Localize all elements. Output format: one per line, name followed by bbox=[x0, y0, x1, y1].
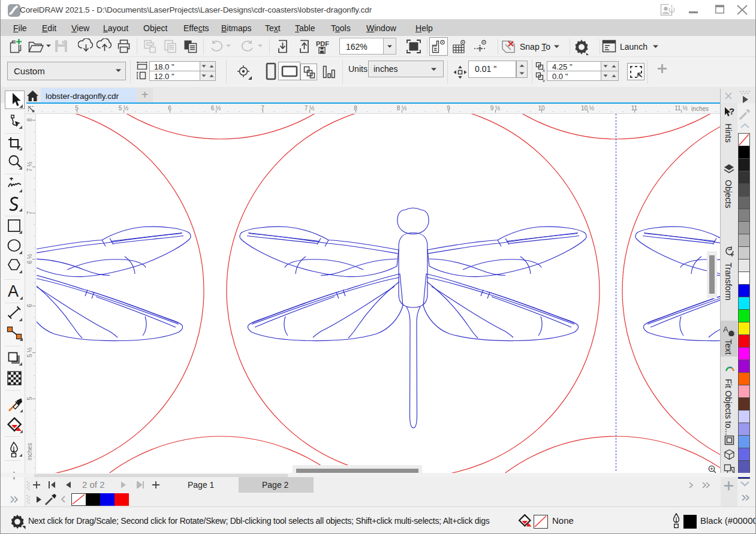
svg-text:y: y bbox=[543, 78, 545, 83]
svg-text:x: x bbox=[543, 68, 545, 73]
svg-text:A: A bbox=[723, 325, 728, 334]
svg-text:?: ? bbox=[729, 107, 734, 116]
svg-text:A: A bbox=[8, 282, 19, 300]
